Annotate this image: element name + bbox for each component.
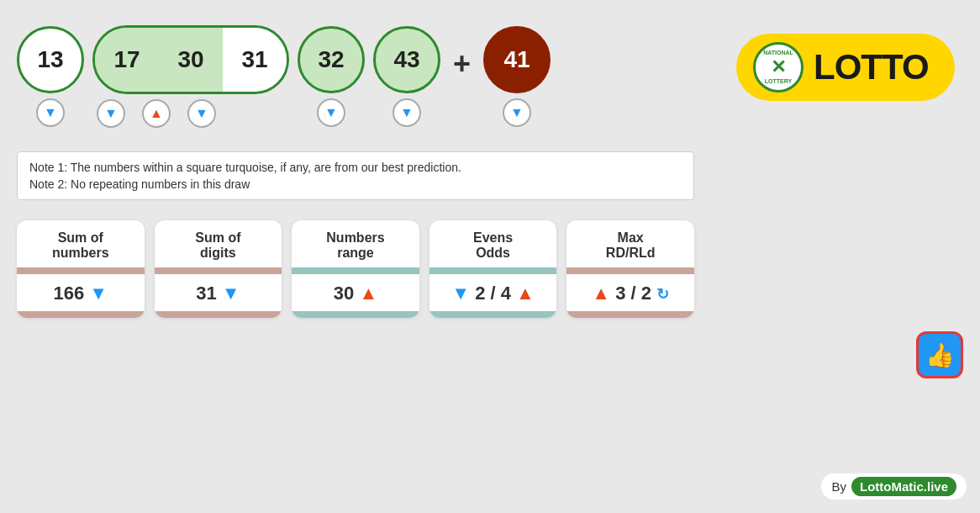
branding-site[interactable]: LottoMatic.live (851, 477, 956, 496)
number-bubble-30: 30 (159, 28, 223, 92)
lotto-text: LOTTO (814, 47, 929, 87)
stat-divider-bottom-sum-numbers (17, 311, 145, 318)
stat-value-sum-digits: 31 ▼ (189, 274, 246, 311)
number-group-43: 43 ▼ (373, 26, 440, 127)
note2: Note 2: No repeating numbers in this dra… (29, 177, 682, 191)
stats-row: Sum ofnumbers 166 ▼ Sum ofdigits 31 ▼ Nu… (17, 220, 694, 318)
stat-divider-top-evens-odds (429, 267, 557, 274)
arrow-down-13[interactable]: ▼ (36, 98, 65, 127)
stat-divider-bottom-max-rd-rld (566, 311, 694, 318)
stat-divider-top-max-rd-rld (566, 267, 694, 274)
number-bubble-31: 31 (223, 28, 287, 92)
stat-card-max-rd-rld: MaxRD/RLd ▲ 3 / 2 ↻ (566, 220, 694, 318)
number-bubble-17: 17 (95, 28, 159, 92)
stat-value-evens-odds: ▼ 2 / 4 ▲ (445, 274, 541, 311)
number-group-32: 32 ▼ (298, 26, 365, 127)
lottery-emblem: NATIONAL ✕ LOTTERY (753, 42, 803, 93)
arrow-down-17[interactable]: ▼ (97, 99, 125, 128)
arrow-up-30[interactable]: ▲ (142, 99, 171, 128)
by-text: By (831, 479, 846, 494)
stat-title-evens-odds: EvensOdds (466, 220, 519, 267)
stat-card-sum-digits: Sum ofdigits 31 ▼ (155, 220, 282, 318)
stat-divider-bottom-evens-odds (429, 311, 557, 318)
connected-bubbles: 17 30 31 (92, 25, 289, 94)
stat-title-numbers-range: Numbersrange (319, 220, 391, 267)
numbers-row: 13 ▼ 17 30 31 (17, 17, 694, 136)
stat-title-max-rd-rld: MaxRD/RLd (599, 220, 662, 267)
number-bubble-13: 13 (17, 26, 84, 93)
connected-group-17-31: 17 30 31 ▼ ▲ (92, 25, 289, 128)
stat-divider-top-sum-numbers (17, 267, 145, 274)
stat-value-numbers-range: 30 ▲ (327, 274, 384, 311)
stat-value-sum-numbers: 166 ▼ (46, 274, 114, 311)
stat-divider-bottom-numbers-range (292, 311, 419, 318)
number-bubble-43: 43 (373, 26, 440, 93)
plus-sign: + (453, 46, 471, 107)
stat-divider-bottom-sum-digits (155, 311, 282, 318)
stat-divider-top-numbers-range (292, 267, 419, 274)
note1: Note 1: The numbers within a square turq… (29, 161, 682, 174)
notes-section: Note 1: The numbers within a square turq… (17, 151, 694, 200)
stat-value-max-rd-rld: ▲ 3 / 2 ↻ (585, 274, 676, 311)
connected-arrows: ▼ ▲ ▼ (92, 99, 220, 128)
stat-card-numbers-range: Numbersrange 30 ▲ (292, 220, 419, 318)
arrow-down-32[interactable]: ▼ (317, 98, 345, 127)
number-bubble-32: 32 (298, 26, 365, 93)
stat-card-evens-odds: EvensOdds ▼ 2 / 4 ▲ (429, 220, 557, 318)
branding: By LottoMatic.live (821, 473, 967, 500)
bonus-bubble-41: 41 (483, 26, 551, 93)
bonus-group-41: 41 ▼ (483, 26, 551, 127)
arrow-down-31[interactable]: ▼ (187, 99, 216, 128)
stat-divider-top-sum-digits (155, 267, 282, 274)
arrow-down-bonus[interactable]: ▼ (503, 98, 531, 127)
stat-title-sum-digits: Sum ofdigits (188, 220, 247, 267)
stat-card-sum-numbers: Sum ofnumbers 166 ▼ (17, 220, 145, 318)
number-group-13: 13 ▼ (17, 26, 84, 127)
right-panel: NATIONAL ✕ LOTTERY LOTTO 👍 By LottoMatic… (711, 0, 980, 513)
thumbs-up-button[interactable]: 👍 (916, 331, 963, 378)
lotto-logo: NATIONAL ✕ LOTTERY LOTTO (736, 34, 955, 101)
arrow-down-43[interactable]: ▼ (393, 98, 421, 127)
stat-title-sum-numbers: Sum ofnumbers (45, 220, 116, 267)
